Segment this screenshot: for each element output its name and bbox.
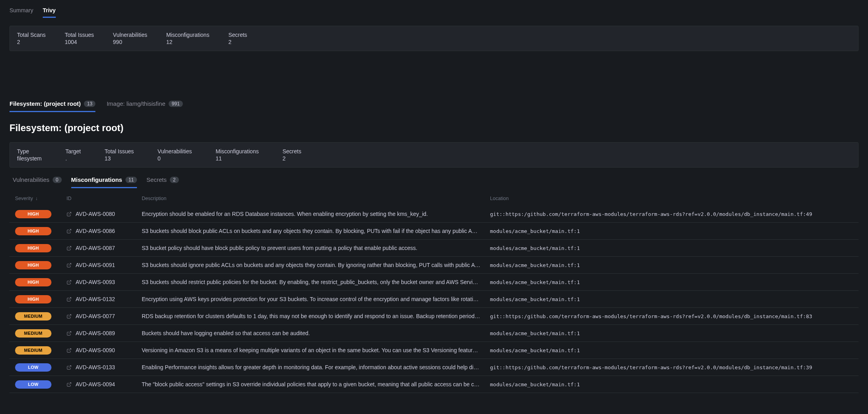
severity-cell: LOW [15,380,66,389]
scan-tabs: Filesystem: (project root) 13 Image: lia… [9,99,859,112]
svg-line-6 [68,314,71,317]
stat-vulnerabilities: Vulnerabilities 990 [113,32,147,45]
severity-badge: LOW [15,380,51,389]
location-cell: modules/acme_bucket/main.tf:1 [490,262,853,268]
tab-summary[interactable]: Summary [9,5,33,18]
location-cell: modules/acme_bucket/main.tf:1 [490,382,853,387]
external-link-icon[interactable] [66,314,72,319]
severity-badge: HIGH [15,261,51,269]
id-text: AVD-AWS-0133 [76,364,115,370]
severity-badge: MEDIUM [15,329,51,338]
id-cell: AVD-AWS-0132 [66,296,142,302]
description-cell: Encryption should be enabled for an RDS … [142,211,490,217]
description-cell: Enabling Performance insights allows for… [142,364,490,370]
external-link-icon[interactable] [66,263,72,268]
svg-line-1 [68,229,71,231]
severity-cell: HIGH [15,278,66,286]
stat-label: Secrets [283,148,301,155]
scan-stat-vulnerabilities: Vulnerabilities 0 [158,148,192,162]
id-text: AVD-AWS-0086 [76,228,115,234]
scan-tab-count: 13 [84,101,95,107]
svg-line-10 [68,382,71,385]
id-text: AVD-AWS-0087 [76,245,115,251]
scan-stat-type: Type filesystem [17,148,42,162]
table-row[interactable]: HIGHAVD-AWS-0087S3 bucket policy should … [9,240,859,257]
svg-line-0 [68,212,71,214]
stat-label: Misconfigurations [166,32,209,38]
col-location[interactable]: Location [490,196,853,201]
col-severity[interactable]: Severity ↓ [15,196,66,201]
severity-cell: HIGH [15,210,66,218]
col-id[interactable]: ID [66,196,142,201]
stat-label: Vulnerabilities [113,32,147,38]
scan-stat-secrets: Secrets 2 [283,148,301,162]
col-label: Severity [15,196,33,201]
scan-tab-image[interactable]: Image: liamg/thisisfine 991 [106,99,182,112]
external-link-icon[interactable] [66,212,72,217]
id-text: AVD-AWS-0090 [76,347,115,353]
external-link-icon[interactable] [66,297,72,302]
svg-line-2 [68,246,71,248]
table-row[interactable]: MEDIUMAVD-AWS-0089Buckets should have lo… [9,325,859,342]
col-label: ID [66,196,72,201]
table-header-row: Severity ↓ ID Description Location [9,191,859,206]
misconfig-table: Severity ↓ ID Description Location HIGHA… [9,191,859,393]
external-link-icon[interactable] [66,365,72,370]
scan-stats-panel: Type filesystem Target . Total Issues 13… [9,142,859,168]
issue-tab-secrets[interactable]: Secrets 2 [146,175,179,188]
description-cell: S3 buckets should restrict public polici… [142,279,490,285]
severity-badge: HIGH [15,210,51,218]
issue-tab-vulnerabilities[interactable]: Vulnerabilities 0 [13,175,62,188]
table-row[interactable]: MEDIUMAVD-AWS-0090Versioning in Amazon S… [9,342,859,359]
stat-value: . [65,155,81,162]
scan-tab-label: Filesystem: (project root) [9,100,81,107]
id-cell: AVD-AWS-0133 [66,364,142,370]
external-link-icon[interactable] [66,331,72,336]
external-link-icon[interactable] [66,348,72,353]
external-link-icon[interactable] [66,229,72,234]
issue-tab-count: 2 [170,177,179,183]
severity-badge: MEDIUM [15,312,51,321]
table-row[interactable]: HIGHAVD-AWS-0086S3 buckets should block … [9,223,859,240]
col-label: Description [142,196,167,201]
external-link-icon[interactable] [66,246,72,251]
id-text: AVD-AWS-0091 [76,262,115,268]
col-description[interactable]: Description [142,196,490,201]
severity-cell: HIGH [15,244,66,252]
external-link-icon[interactable] [66,280,72,285]
table-row[interactable]: LOWAVD-AWS-0094The "block public access"… [9,376,859,393]
table-row[interactable]: HIGHAVD-AWS-0080Encryption should be ena… [9,206,859,223]
id-text: AVD-AWS-0094 [76,381,115,387]
severity-badge: HIGH [15,295,51,303]
description-cell: S3 buckets should block public ACLs on b… [142,228,490,234]
id-cell: AVD-AWS-0093 [66,279,142,285]
table-body: HIGHAVD-AWS-0080Encryption should be ena… [9,206,859,393]
scan-tab-filesystem[interactable]: Filesystem: (project root) 13 [9,99,95,112]
table-row[interactable]: HIGHAVD-AWS-0091S3 buckets should ignore… [9,257,859,274]
severity-badge: HIGH [15,278,51,286]
svg-line-9 [68,365,71,368]
severity-badge: HIGH [15,244,51,252]
stat-label: Type [17,148,42,155]
svg-line-4 [68,280,71,282]
stat-value: 11 [216,155,259,162]
location-cell: modules/acme_bucket/main.tf:1 [490,296,853,302]
severity-cell: HIGH [15,227,66,235]
tab-trivy[interactable]: Trivy [43,5,56,18]
description-cell: The "block public access" settings in S3… [142,381,490,387]
id-cell: AVD-AWS-0077 [66,313,142,319]
id-text: AVD-AWS-0089 [76,330,115,336]
table-row[interactable]: HIGHAVD-AWS-0093S3 buckets should restri… [9,274,859,291]
table-row[interactable]: MEDIUMAVD-AWS-0077RDS backup retention f… [9,308,859,325]
stat-label: Target [65,148,81,155]
stat-value: 2 [283,155,301,162]
table-row[interactable]: LOWAVD-AWS-0133Enabling Performance insi… [9,359,859,376]
table-row[interactable]: HIGHAVD-AWS-0132Encryption using AWS key… [9,291,859,308]
external-link-icon[interactable] [66,382,72,387]
issue-tab-misconfigurations[interactable]: Misconfigurations 11 [71,175,137,188]
id-cell: AVD-AWS-0087 [66,245,142,251]
location-cell: git::https:/github.com/terraform-aws-mod… [490,313,853,319]
stat-value: 2 [228,39,247,45]
section-title: Filesystem: (project root) [9,122,859,134]
description-cell: S3 bucket policy should have block publi… [142,245,490,251]
